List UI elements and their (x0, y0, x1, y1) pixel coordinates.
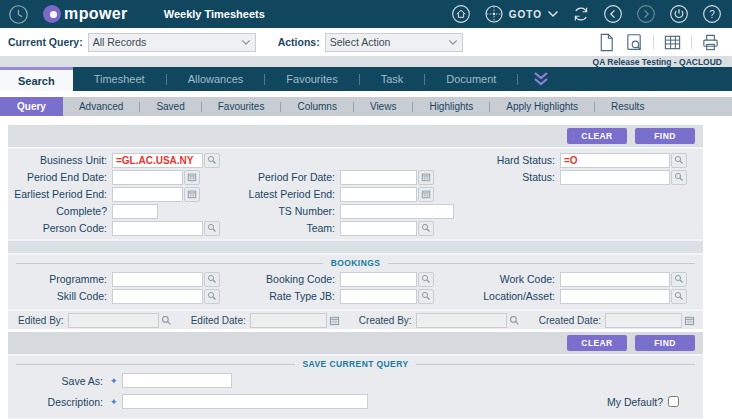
current-query-select[interactable]: All Records (88, 33, 256, 52)
more-tabs-double-chevron-icon[interactable] (532, 71, 550, 87)
subtab-views[interactable]: Views (354, 97, 413, 116)
top-action-band: CLEAR FIND (8, 125, 703, 149)
period-for-date-input[interactable] (340, 170, 417, 185)
booking-code-label: Booking Code: (238, 273, 340, 285)
location-asset-input[interactable] (560, 289, 670, 304)
goto-menu-button[interactable]: GOTO (484, 4, 559, 24)
latest-period-end-calendar-button[interactable] (418, 187, 434, 202)
home-button[interactable] (451, 4, 471, 24)
calendar-icon (187, 172, 197, 182)
earliest-period-end-input[interactable] (112, 187, 183, 202)
team-label: Team: (238, 222, 340, 234)
description-label: Description: (8, 396, 108, 408)
earliest-period-end-calendar-button[interactable] (184, 187, 200, 202)
subtab-apply-highlights[interactable]: Apply Highlights (490, 97, 594, 116)
created-by-input[interactable] (416, 313, 507, 328)
tab-search[interactable]: Search (0, 67, 73, 91)
print-button[interactable] (701, 33, 720, 52)
period-end-date-input[interactable] (112, 170, 183, 185)
rate-type-jb-input[interactable] (340, 289, 417, 304)
subtab-query[interactable]: Query (0, 97, 63, 116)
back-button[interactable] (603, 4, 623, 24)
bookings-section: BOOKINGS Programme: Booking Code: Work C… (8, 255, 703, 309)
period-end-date-calendar-button[interactable] (184, 170, 200, 185)
hard-status-input[interactable] (560, 153, 670, 168)
app-header: mpower Weekly Timesheets GOTO (0, 0, 732, 28)
search-icon (421, 291, 431, 301)
status-lookup-button[interactable] (671, 170, 687, 185)
team-input[interactable] (340, 221, 417, 236)
created-date-input[interactable] (605, 313, 682, 328)
booking-code-input[interactable] (340, 272, 417, 287)
actions-select[interactable]: Select Action (325, 33, 463, 52)
earliest-period-end-label: Earliest Period End: (8, 188, 112, 200)
subtab-highlights[interactable]: Highlights (413, 97, 489, 116)
skill-code-lookup-button[interactable] (204, 289, 220, 304)
query-form: CLEAR FIND Business Unit: Hard Status: P… (0, 116, 732, 419)
tab-timesheet[interactable]: Timesheet (73, 67, 166, 91)
programme-input[interactable] (112, 272, 203, 287)
preview-search-button[interactable] (625, 33, 644, 52)
business-unit-lookup-button[interactable] (204, 153, 220, 168)
toolbar-icons (597, 33, 724, 52)
subtab-results[interactable]: Results (595, 97, 660, 116)
subtab-advanced[interactable]: Advanced (63, 97, 139, 116)
rate-type-jb-lookup-button[interactable] (418, 289, 434, 304)
tab-document[interactable]: Document (425, 67, 517, 91)
hard-status-lookup-button[interactable] (671, 153, 687, 168)
search-icon[interactable] (161, 315, 172, 326)
complete-input[interactable] (112, 204, 158, 219)
calendar-icon[interactable] (329, 315, 340, 326)
save-as-input[interactable] (122, 373, 232, 388)
person-code-input[interactable] (112, 221, 203, 236)
toolbar-divider (653, 35, 654, 49)
business-unit-input[interactable] (112, 153, 203, 168)
tab-task[interactable]: Task (360, 67, 425, 91)
tab-favourites[interactable]: Favourites (265, 67, 358, 91)
subtab-saved[interactable]: Saved (140, 97, 200, 116)
my-default-checkbox[interactable] (668, 396, 679, 407)
export-grid-button[interactable] (663, 33, 682, 52)
clock-icon[interactable] (8, 4, 29, 25)
tab-separator (517, 74, 518, 85)
location-asset-lookup-button[interactable] (671, 289, 687, 304)
ts-number-label: TS Number: (238, 205, 340, 217)
edited-date-input[interactable] (250, 313, 327, 328)
calendar-icon[interactable] (684, 315, 695, 326)
new-document-button[interactable] (597, 33, 616, 52)
search-icon[interactable] (509, 315, 520, 326)
hard-status-label: Hard Status: (458, 154, 560, 166)
save-query-title: SAVE CURRENT QUERY (8, 356, 703, 372)
logout-power-button[interactable] (669, 4, 689, 24)
find-button[interactable]: FIND (635, 128, 695, 144)
clear-button[interactable]: CLEAR (567, 128, 627, 144)
work-code-lookup-button[interactable] (671, 272, 687, 287)
forward-button[interactable] (636, 4, 656, 24)
status-input[interactable] (560, 170, 670, 185)
subtab-columns[interactable]: Columns (281, 97, 352, 116)
programme-lookup-button[interactable] (204, 272, 220, 287)
clear-button[interactable]: CLEAR (567, 335, 627, 351)
main-tab-bar: Search Timesheet Allowances Favourites T… (0, 67, 732, 91)
chevron-down-icon (241, 39, 251, 46)
ts-number-input[interactable] (340, 204, 454, 219)
edited-by-input[interactable] (68, 313, 159, 328)
refresh-button[interactable] (572, 5, 590, 23)
search-icon (421, 223, 431, 233)
booking-code-lookup-button[interactable] (418, 272, 434, 287)
find-button[interactable]: FIND (635, 335, 695, 351)
required-marker: ✦ (110, 376, 118, 386)
latest-period-end-input[interactable] (340, 187, 417, 202)
app-name: mpower (64, 5, 128, 23)
team-lookup-button[interactable] (418, 221, 434, 236)
work-code-input[interactable] (560, 272, 670, 287)
section-divider (8, 239, 703, 255)
tab-allowances[interactable]: Allowances (167, 67, 265, 91)
period-for-date-calendar-button[interactable] (418, 170, 434, 185)
person-code-lookup-button[interactable] (204, 221, 220, 236)
help-button[interactable] (702, 4, 722, 24)
skill-code-input[interactable] (112, 289, 203, 304)
description-input[interactable] (122, 394, 368, 409)
subtab-favourites[interactable]: Favourites (202, 97, 281, 116)
search-icon (207, 223, 217, 233)
